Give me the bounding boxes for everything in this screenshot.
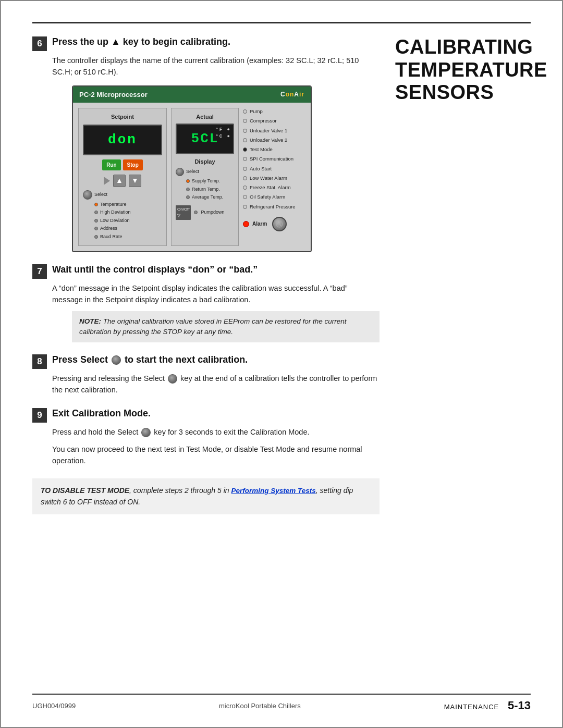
note-text: The original calibration value stored in… [79,317,347,336]
alarm-section: Alarm [243,217,305,231]
ind-lowwater: Low Water Alarm [243,175,305,182]
actual-unit: °F ●°C ● [215,127,231,141]
pc2-header: PC-2 Microprocessor ConAir [73,87,311,103]
menu-baud-rate: Baud Rate [94,233,162,241]
run-btn[interactable]: Run [102,159,120,170]
step-9-text1: Press and hold the Select key for 3 seco… [52,427,380,438]
step-7-body: A “don” message in the Setpoint display … [32,283,380,342]
note-label: NOTE: [79,317,101,325]
display-options: Supply Temp. Return Temp. Average Temp. [186,178,234,201]
highlight-box: TO DISABLE TEST MODE, complete steps 2 t… [32,478,380,514]
footer-right: Maintenance 5-13 [444,699,531,712]
silence-svg [276,220,283,228]
step-9-block: 9 Exit Calibration Mode. Press and hold … [32,408,380,467]
step-8-title: Press Select to start the next calibrati… [52,354,248,366]
title-col: Calibrating Temperature Sensors [395,36,531,523]
ind-unloader1: Unloader Valve 1 [243,127,305,134]
pc2-right-panel: Pump Compressor Unloader Valve 1 [243,108,305,246]
dot-address [94,227,98,230]
step-6-header: 6 Press the up ▲ key to begin calibratin… [32,36,380,51]
title-line1: Calibrating [395,36,531,59]
alarm-label: Alarm [252,220,267,228]
menu-address: Address [94,225,162,232]
pc2-title: PC-2 Microprocessor [79,90,148,100]
dot-high-dev [94,211,98,214]
performing-link[interactable]: Performing System Tests [231,487,315,495]
top-border [32,22,531,23]
dot-baud [94,235,98,239]
dot-spi [243,157,247,161]
select-knob-display[interactable] [176,168,184,176]
step-7-block: 7 Wait until the control displays “don” … [32,264,380,342]
footer-left: UGH004/0999 [32,702,76,710]
return-temp-item: Return Temp. [186,186,234,193]
dot-oilsafety [243,195,247,199]
dot-supply [186,179,190,183]
dot-pumpdown [194,211,198,214]
dot-low-dev [94,219,98,223]
dot-temperature [94,203,98,206]
select-knob-left[interactable] [83,190,92,200]
bottom-controls: On/Off▽ Pumpdown [176,205,234,220]
step-9-title: Exit Calibration Mode. [52,408,151,419]
menu-temperature: Temperature [94,201,162,208]
menu-high-dev: High Deviation [94,209,162,216]
menu-items: Temperature High Deviation Low Deviation [94,201,162,241]
select-icon-title [112,355,121,365]
step-9-body: Press and hold the Select key for 3 seco… [32,427,380,467]
stop-btn[interactable]: Stop [123,159,143,170]
pc2-left-panel: Setpoint don Run Stop ▲ [78,108,167,246]
dot-return [186,188,190,191]
silence-icon[interactable] [272,217,287,231]
ind-refrigerant: Refrigerant Pressure [243,203,305,211]
main-layout: 6 Press the up ▲ key to begin calibratin… [32,36,531,523]
title-line3: Sensors [395,81,531,104]
step-8-header: 8 Press Select to start the next calibra… [32,354,380,369]
ind-pump: Pump [243,108,305,115]
dot-unloader1 [243,129,247,133]
svg-line-1 [277,222,282,226]
display-select-row: Select [176,168,234,176]
dot-pump [243,109,247,114]
dot-testmode [243,147,247,152]
dot-unloader2 [243,138,247,142]
step-7-header: 7 Wait until the control displays “don” … [32,264,380,279]
dot-average [186,195,190,199]
highlight-italic: , complete steps 2 through 5 in [129,486,231,495]
display-section-label: Display [176,157,234,166]
step-6-body: The controller displays the name of the … [32,55,380,252]
step-8-body: Pressing and releasing the Select key at… [32,373,380,396]
step-9-text2: You can now proceed to the next test in … [52,444,380,467]
step-9-header: 9 Exit Calibration Mode. [32,408,380,423]
select-icon-body8 [168,374,177,384]
step-8-text: Pressing and releasing the Select key at… [52,373,380,396]
note-box: NOTE: The original calibration value sto… [72,311,380,343]
pumpdown-label: Pumpdown [201,209,224,216]
step-7-number: 7 [32,264,47,279]
actual-label: Actual [176,113,234,121]
step-6-number: 6 [32,36,47,51]
dot-freeze [243,186,247,190]
page-container: 6 Press the up ▲ key to begin calibratin… [0,0,563,728]
pc2-body: Setpoint don Run Stop ▲ [73,103,311,251]
onoff-btn[interactable]: On/Off▽ [176,205,191,220]
ind-compressor: Compressor [243,117,305,125]
step-7-text: A “don” message in the Setpoint display … [52,283,380,306]
up-arrow-btn[interactable]: ▲ [113,175,126,187]
ind-autostart: Auto Start [243,165,305,172]
actual-display: 5CL °F ●°C ● [176,124,234,154]
footer: UGH004/0999 microKool Portable Chillers … [32,694,531,712]
step-8-title-part1: Press Select [52,354,108,365]
dot-lowwater [243,176,247,180]
highlight-bold: TO DISABLE TEST MODE [41,486,129,495]
down-arrow-btn[interactable]: ▼ [129,175,141,187]
run-stop-btns: Run Stop [83,159,162,170]
pc2-panel: PC-2 Microprocessor ConAir Setpoint don [72,85,312,253]
step-6-title: Press the up ▲ key to begin calibrating. [52,36,230,48]
step-8-number: 8 [32,354,47,369]
ind-unloader2: Unloader Valve 2 [243,137,305,144]
setpoint-label: Setpoint [83,113,162,121]
step-6-text: The controller displays the name of the … [52,55,380,78]
title-line2: Temperature [395,59,531,82]
step-6-block: 6 Press the up ▲ key to begin calibratin… [32,36,380,252]
